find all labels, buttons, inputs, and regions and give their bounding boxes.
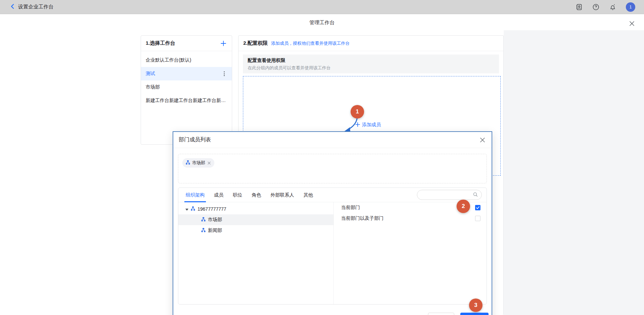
tab-members[interactable]: 成员 <box>214 188 223 202</box>
workspace-panel-title: 1.选择工作台 <box>146 40 175 46</box>
org-icon <box>186 160 190 166</box>
option-label: 当前部门 <box>341 205 360 211</box>
option-label: 当前部门以及子部门 <box>341 215 384 221</box>
caret-down-icon[interactable] <box>185 206 188 212</box>
contacts-icon[interactable] <box>575 3 583 11</box>
back-nav[interactable]: 设置企业工作台 <box>10 4 53 10</box>
selected-tag: 市场部 <box>182 158 214 168</box>
right-gutter <box>504 30 644 315</box>
perm-section-title: 配置查看使用权限 <box>248 58 494 64</box>
perm-section-header: 配置查看使用权限 在此分组内的成员可以查看并使用该工作台 <box>243 55 499 73</box>
picker-search <box>417 190 482 200</box>
workspace-panel: 1.选择工作台 企业默认工作台(默认) 测试 市场部 新建工作台新建工作台新建工… <box>141 35 232 145</box>
help-icon[interactable] <box>592 3 600 11</box>
workspace-item-market[interactable]: 市场部 <box>141 80 232 94</box>
tab-positions[interactable]: 职位 <box>233 188 242 202</box>
back-chevron-icon <box>10 4 15 10</box>
topbar-actions: 1 <box>575 2 635 12</box>
tab-others[interactable]: 其他 <box>303 188 313 202</box>
scope-options: 当前部门 当前部门以及子部门 <box>334 202 487 304</box>
step-badge-2: 2 <box>457 200 470 213</box>
selected-members-box: 市场部 <box>178 154 487 183</box>
search-icon <box>473 192 478 198</box>
step-badge-3: 3 <box>469 299 482 312</box>
workspace-more-icon[interactable] <box>221 71 227 77</box>
tree-node-market-dept[interactable]: 市场部 <box>178 214 333 225</box>
add-workspace-icon[interactable] <box>220 40 227 47</box>
checkbox-current-and-sub-dept[interactable] <box>475 216 480 221</box>
tree-node-label: 市场部 <box>208 217 222 223</box>
tree-node-label: 19677777777 <box>198 206 226 212</box>
permission-step-hint: 添加成员，授权他们查看并使用该工作台 <box>271 40 350 46</box>
back-label: 设置企业工作台 <box>18 4 53 10</box>
modal-title: 部门成员列表 <box>179 136 211 143</box>
tree-node-news-dept[interactable]: 新闻部 <box>178 225 333 236</box>
notification-bell-icon[interactable] <box>609 3 616 11</box>
workspace-item-default[interactable]: 企业默认工作台(默认) <box>141 54 232 67</box>
topbar: 设置企业工作台 <box>0 0 644 14</box>
workspace-list: 企业默认工作台(默认) 测试 市场部 新建工作台新建工作台新建工作台新建... <box>141 51 232 107</box>
checkbox-current-dept[interactable] <box>475 205 480 210</box>
cancel-button[interactable] <box>428 313 454 315</box>
search-input[interactable] <box>421 192 473 198</box>
remove-tag-icon[interactable] <box>207 161 211 165</box>
picker-body: 19677777777 市场部 <box>178 202 487 304</box>
workspace-item-test[interactable]: 测试 <box>141 67 232 80</box>
department-member-modal: 部门成员列表 市场部 <box>173 131 492 315</box>
org-icon <box>201 217 206 222</box>
tree-node-label: 新闻部 <box>208 228 222 234</box>
modal-header: 部门成员列表 <box>173 132 492 148</box>
permission-panel-header: 2.配置权限 添加成员，授权他们查看并使用该工作台 <box>239 36 503 51</box>
page-close-icon[interactable] <box>628 20 636 28</box>
member-picker: 组织架构 成员 职位 角色 外部联系人 其他 <box>178 187 487 305</box>
confirm-button[interactable] <box>460 313 489 315</box>
org-icon <box>191 206 195 212</box>
workspace-item-new[interactable]: 新建工作台新建工作台新建工作台新建... <box>141 94 232 107</box>
tab-roles[interactable]: 角色 <box>252 188 261 202</box>
tab-org-structure[interactable]: 组织架构 <box>186 188 205 202</box>
picker-tabs: 组织架构 成员 职位 角色 外部联系人 其他 <box>178 188 487 202</box>
page-title: 管理工作台 <box>0 20 644 26</box>
perm-section-subtitle: 在此分组内的成员可以查看并使用该工作台 <box>248 65 494 71</box>
tree-node-company[interactable]: 19677777777 <box>178 204 333 214</box>
modal-close-icon[interactable] <box>479 136 486 144</box>
workspace-panel-header: 1.选择工作台 <box>141 36 232 51</box>
org-tree: 19677777777 市场部 <box>178 202 334 304</box>
permission-step-title: 2.配置权限 <box>243 40 268 46</box>
org-icon <box>201 228 206 233</box>
step-badge-1: 1 <box>351 105 364 118</box>
user-avatar[interactable]: 1 <box>626 2 635 12</box>
tab-external-contacts[interactable]: 外部联系人 <box>271 188 294 202</box>
option-current-and-sub-dept: 当前部门以及子部门 <box>334 213 487 224</box>
selected-tag-label: 市场部 <box>192 160 205 166</box>
app-root: 设置企业工作台 <box>0 0 644 315</box>
